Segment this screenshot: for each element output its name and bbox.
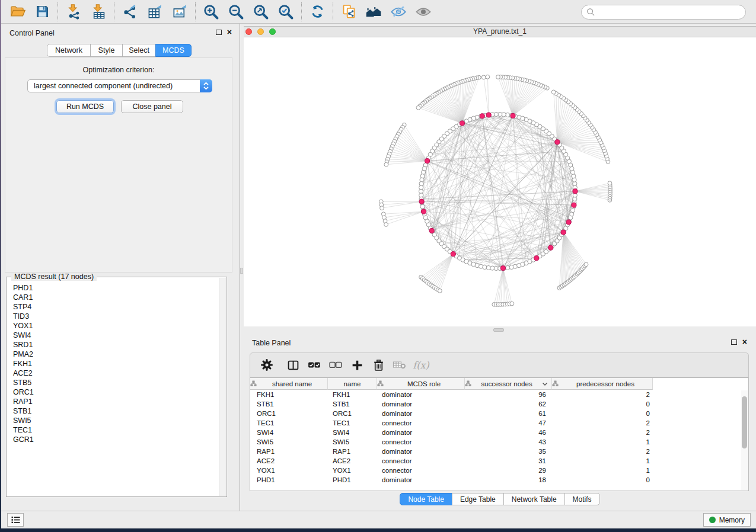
cell-mcds_role[interactable]: connector xyxy=(377,466,465,475)
network-edge[interactable] xyxy=(435,254,454,288)
cell-successor_nodes[interactable]: 96 xyxy=(465,390,552,399)
float-panel-icon[interactable] xyxy=(216,30,222,35)
cell-mcds_role[interactable]: dominator xyxy=(377,475,465,485)
cell-shared_name[interactable]: YOX1 xyxy=(250,466,328,475)
cell-mcds_role[interactable]: dominator xyxy=(377,409,465,418)
network-edge[interactable] xyxy=(557,110,577,142)
table-row[interactable]: FKH1FKH1dominator962 xyxy=(250,390,748,399)
network-edge[interactable] xyxy=(499,268,503,305)
network-edge[interactable] xyxy=(462,79,473,123)
cell-mcds_role[interactable]: dominator xyxy=(377,447,465,456)
network-node[interactable] xyxy=(486,75,490,79)
network-edge[interactable] xyxy=(432,127,456,231)
network-edge[interactable] xyxy=(563,232,577,274)
cell-mcds_role[interactable]: connector xyxy=(377,437,465,447)
horizontal-splitter[interactable] xyxy=(244,326,756,334)
cell-shared_name[interactable]: FKH1 xyxy=(250,390,328,399)
network-edge[interactable] xyxy=(557,142,604,148)
network-edge[interactable] xyxy=(433,254,454,287)
close-panel-icon[interactable]: × xyxy=(227,29,232,35)
tab-network[interactable]: Network xyxy=(47,44,91,57)
tab-node-table[interactable]: Node Table xyxy=(400,493,452,505)
mcds-result-item[interactable]: STB5 xyxy=(13,378,218,387)
network-edge[interactable] xyxy=(513,85,541,116)
mcds-hub-node[interactable] xyxy=(480,114,484,118)
cell-predecessor_nodes[interactable]: 0 xyxy=(552,409,653,418)
vertical-splitter-handle[interactable] xyxy=(240,268,243,274)
network-edge[interactable] xyxy=(430,155,454,254)
table-row[interactable]: RAP1RAP1dominator352 xyxy=(250,447,748,456)
mcds-result-item[interactable]: TID3 xyxy=(13,312,218,321)
network-node[interactable] xyxy=(573,182,577,186)
cell-name[interactable]: STB1 xyxy=(328,399,377,409)
mcds-hub-node[interactable] xyxy=(555,140,560,145)
cell-shared_name[interactable]: PHD1 xyxy=(250,475,328,485)
export-table-button[interactable] xyxy=(142,2,167,22)
mcds-result-item[interactable]: TEC1 xyxy=(13,425,218,435)
network-edge[interactable] xyxy=(428,254,453,283)
network-node[interactable] xyxy=(481,75,486,79)
cell-predecessor_nodes[interactable]: 2 xyxy=(552,390,653,399)
horizontal-splitter-handle[interactable] xyxy=(493,328,504,332)
cell-mcds_role[interactable]: connector xyxy=(377,456,465,466)
function-builder-button[interactable]: f(x) xyxy=(410,355,432,375)
cell-name[interactable]: SWI5 xyxy=(328,437,377,447)
cell-successor_nodes[interactable]: 29 xyxy=(465,466,552,475)
mcds-result-item[interactable]: FKH1 xyxy=(13,359,218,368)
tab-mcds[interactable]: MCDS xyxy=(155,44,192,57)
table-scrollbar-thumb[interactable] xyxy=(742,396,747,448)
network-node[interactable] xyxy=(584,262,588,267)
network-edge[interactable] xyxy=(401,130,428,161)
cell-shared_name[interactable]: SWI5 xyxy=(250,437,328,447)
close-panel-button[interactable]: Close panel xyxy=(121,100,183,113)
network-canvas[interactable] xyxy=(244,37,756,327)
cell-predecessor_nodes[interactable]: 0 xyxy=(552,475,653,485)
column-header-shared-name[interactable]: shared name xyxy=(250,378,328,390)
mcds-list-scrollbar[interactable] xyxy=(219,278,226,496)
cell-shared_name[interactable]: RAP1 xyxy=(250,447,328,456)
network-edge[interactable] xyxy=(494,268,503,305)
network-edge[interactable] xyxy=(393,144,427,161)
network-edge[interactable] xyxy=(575,185,610,191)
network-edge[interactable] xyxy=(498,77,513,116)
close-panel-icon[interactable]: × xyxy=(742,339,747,345)
mcds-hub-node[interactable] xyxy=(572,203,576,207)
column-header-name[interactable]: name xyxy=(328,378,377,390)
zoom-in-button[interactable] xyxy=(199,2,224,22)
cell-shared_name[interactable]: TEC1 xyxy=(250,418,328,428)
network-edge[interactable] xyxy=(575,191,610,195)
mcds-result-item[interactable]: SWI4 xyxy=(13,331,218,340)
mcds-hub-node[interactable] xyxy=(421,209,426,214)
cell-shared_name[interactable]: ORC1 xyxy=(250,409,328,418)
network-edge[interactable] xyxy=(384,211,424,217)
tab-motifs[interactable]: Motifs xyxy=(564,493,600,505)
network-node[interactable] xyxy=(496,75,500,79)
cell-name[interactable]: TEC1 xyxy=(328,418,377,428)
network-edge[interactable] xyxy=(382,201,422,208)
network-node[interactable] xyxy=(416,105,420,110)
mcds-result-item[interactable]: ACE2 xyxy=(13,368,218,378)
network-edge[interactable] xyxy=(425,254,454,280)
table-row[interactable]: STB1STB1dominator620 xyxy=(250,399,748,409)
column-header-predecessor-nodes[interactable]: predecessor nodes xyxy=(552,378,653,390)
cell-successor_nodes[interactable]: 47 xyxy=(465,418,552,428)
cell-predecessor_nodes[interactable]: 2 xyxy=(552,447,653,456)
column-header-successor-nodes[interactable]: successor nodes xyxy=(465,378,552,390)
cell-predecessor_nodes[interactable]: 0 xyxy=(552,399,653,409)
network-node[interactable] xyxy=(384,162,388,166)
network-edge[interactable] xyxy=(430,205,574,228)
refresh-layout-button[interactable] xyxy=(305,2,330,22)
deselect-all-button[interactable] xyxy=(325,355,346,375)
zoom-selected-button[interactable] xyxy=(273,2,298,22)
mcds-hub-node[interactable] xyxy=(500,266,505,271)
network-node[interactable] xyxy=(380,206,384,210)
tab-style[interactable]: Style xyxy=(90,44,123,57)
network-edge[interactable] xyxy=(426,254,453,281)
copy-network-button[interactable] xyxy=(336,2,361,22)
mcds-hub-node[interactable] xyxy=(573,189,578,194)
network-edge[interactable] xyxy=(513,86,543,116)
network-edge[interactable] xyxy=(391,149,428,161)
open-file-button[interactable] xyxy=(5,2,30,22)
column-visibility-button[interactable] xyxy=(282,355,304,375)
cell-predecessor_nodes[interactable]: 1 xyxy=(552,437,653,447)
